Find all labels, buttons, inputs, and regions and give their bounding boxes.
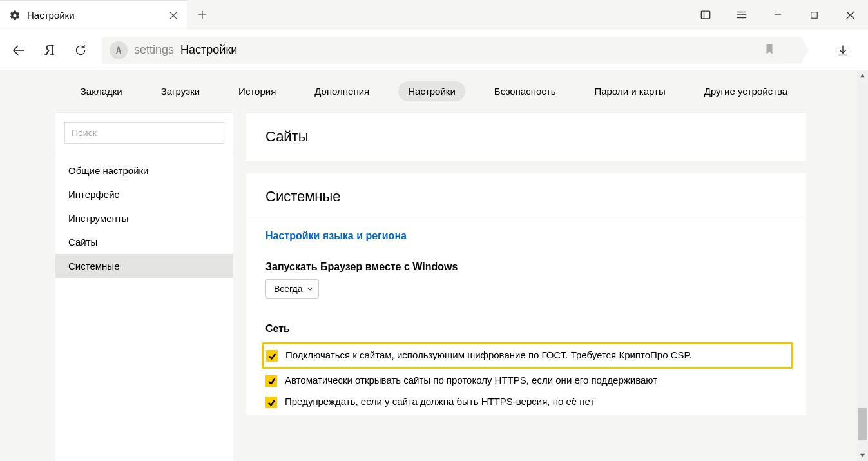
scroll-track[interactable] (857, 81, 868, 450)
yandex-home-button[interactable]: Я (40, 41, 59, 60)
checkbox-icon (265, 375, 277, 387)
scroll-thumb[interactable] (858, 408, 867, 440)
topnav-devices[interactable]: Другие устройства (695, 81, 797, 101)
sidebar-item-tools[interactable]: Инструменты (55, 206, 233, 230)
downloads-button[interactable] (833, 41, 853, 60)
reload-button[interactable] (71, 41, 90, 60)
address-page: Настройки (180, 43, 237, 57)
titlebar: Настройки (0, 0, 868, 30)
titlebar-spacer (218, 0, 688, 30)
launch-with-windows-label: Запускать Браузер вместе с Windows (265, 261, 787, 273)
check-https-auto[interactable]: Автоматически открывать сайты по протоко… (265, 370, 787, 391)
topnav-settings[interactable]: Настройки (398, 81, 465, 101)
checkbox-icon (265, 397, 277, 408)
sidebar-item-interface[interactable]: Интерфейс (55, 182, 233, 206)
svg-rect-10 (811, 12, 816, 17)
svg-marker-17 (860, 454, 865, 457)
sidebar-toggle-icon[interactable] (688, 0, 724, 30)
launch-select-value: Всегда (274, 284, 303, 294)
close-window-button[interactable] (832, 0, 868, 30)
address-bar-container: settings Настройки (102, 37, 809, 64)
new-tab-button[interactable] (187, 0, 218, 30)
address-bar[interactable]: settings Настройки (102, 37, 783, 64)
sites-heading: Сайты (246, 113, 806, 161)
bookmark-icon[interactable] (764, 43, 775, 57)
address-protocol: settings (134, 43, 174, 57)
panels: Сайты Системные Настройки языка и регион… (246, 112, 868, 461)
topnav-bookmarks[interactable]: Закладки (71, 81, 132, 101)
topnav-downloads[interactable]: Загрузки (151, 81, 209, 101)
content-wrap: Закладки Загрузки История Дополнения Нас… (0, 70, 868, 461)
system-heading: Системные (246, 173, 806, 217)
settings-topnav: Закладки Загрузки История Дополнения Нас… (0, 70, 868, 112)
browser-tab[interactable]: Настройки (0, 0, 187, 30)
sidebar-item-sites[interactable]: Сайты (55, 230, 233, 254)
gear-icon (9, 10, 21, 21)
check-gost[interactable]: Подключаться к сайтам, использующим шифр… (262, 342, 793, 369)
minimize-button[interactable] (760, 0, 796, 30)
topnav-addons[interactable]: Дополнения (305, 81, 379, 101)
topnav-history[interactable]: История (229, 81, 285, 101)
toolbar: Я settings Настройки (0, 30, 868, 70)
checkbox-icon (266, 350, 278, 362)
close-icon[interactable] (169, 11, 178, 20)
language-region-link[interactable]: Настройки языка и региона (265, 230, 787, 242)
sidebar-item-general[interactable]: Общие настройки (55, 159, 233, 182)
check-https-warn-label: Предупреждать, если у сайта должна быть … (285, 396, 594, 407)
chevron-down-icon (307, 284, 313, 294)
main-area: Общие настройки Интерфейс Инструменты Са… (0, 112, 868, 461)
sidebar-item-system[interactable]: Системные (55, 254, 233, 278)
system-panel: Системные Настройки языка и региона Запу… (246, 172, 806, 415)
site-identity-icon (110, 41, 128, 59)
maximize-button[interactable] (796, 0, 832, 30)
sites-panel: Сайты (246, 112, 806, 161)
network-heading: Сеть (265, 323, 787, 335)
tab-title: Настройки (27, 10, 162, 21)
settings-sidebar: Общие настройки Интерфейс Инструменты Са… (55, 112, 233, 461)
scroll-up-arrow[interactable] (857, 70, 868, 81)
address-bar-tail (783, 37, 809, 64)
topnav-passwords[interactable]: Пароли и карты (584, 81, 675, 101)
vertical-scrollbar[interactable] (857, 70, 868, 461)
launch-select[interactable]: Всегда (265, 279, 319, 299)
menu-icon[interactable] (724, 0, 760, 30)
scroll-down-arrow[interactable] (857, 450, 868, 461)
back-button[interactable] (9, 41, 28, 60)
check-gost-label: Подключаться к сайтам, использующим шифр… (285, 349, 692, 360)
svg-rect-4 (701, 11, 709, 19)
check-https-auto-label: Автоматически открывать сайты по протоко… (285, 375, 657, 386)
check-https-warn[interactable]: Предупреждать, если у сайта должна быть … (265, 391, 787, 413)
svg-marker-16 (860, 74, 865, 77)
search-input[interactable] (64, 122, 224, 144)
topnav-security[interactable]: Безопасность (485, 81, 566, 101)
